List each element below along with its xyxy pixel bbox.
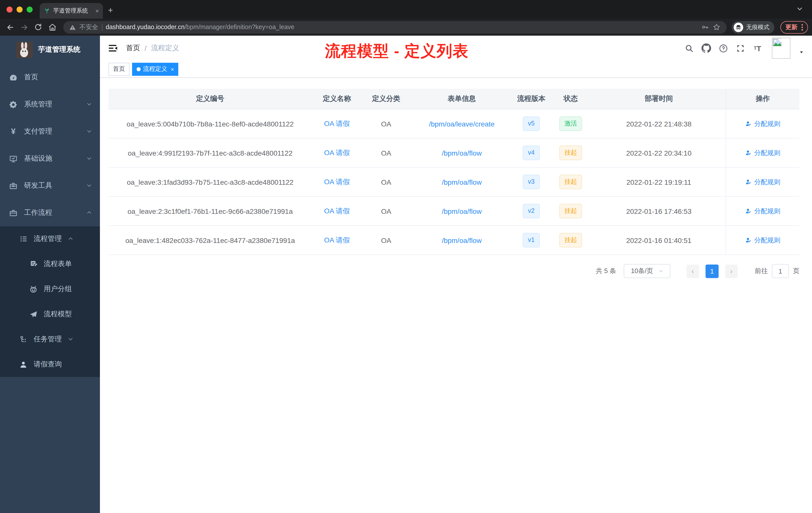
minimize-window-button[interactable]	[17, 6, 23, 12]
breadcrumb-home[interactable]: 首页	[126, 44, 140, 53]
assign-rule-button[interactable]: 分配规则	[745, 207, 780, 216]
tab-strip: 芋道管理系统 × +	[0, 0, 812, 19]
forward-icon[interactable]	[18, 21, 30, 33]
breadcrumb-current: 流程定义	[151, 44, 179, 53]
browser-update-button[interactable]: 更新	[780, 21, 808, 33]
sidebar-logo[interactable]: 芋道管理系统	[0, 36, 100, 64]
tab-search-chevron-icon[interactable]	[796, 5, 803, 14]
new-tab-button[interactable]: +	[108, 5, 113, 16]
assign-rule-button[interactable]: 分配规则	[745, 119, 780, 128]
sidebar-item-home[interactable]: 首页	[0, 64, 100, 91]
form-link[interactable]: /bpm/oa/flow	[442, 178, 482, 186]
help-icon[interactable]	[719, 43, 728, 53]
sidebar-item-label: 请假查询	[34, 360, 62, 369]
close-tag-icon[interactable]: ×	[171, 66, 174, 72]
definition-id: oa_leave:3:1fad3d93-7b75-11ec-a3c8-acde4…	[109, 168, 312, 196]
sidebar-item-dev-tools[interactable]: 研发工具	[0, 172, 100, 199]
current-page-button[interactable]: 1	[705, 264, 719, 278]
sidebar-item-label: 研发工具	[24, 181, 80, 190]
sidebar-item-label: 任务管理	[34, 335, 62, 344]
reload-icon[interactable]	[32, 21, 44, 33]
warning-icon	[69, 24, 76, 30]
goto-page-input[interactable]	[772, 264, 789, 278]
avatar[interactable]	[772, 38, 790, 59]
url-text[interactable]: dashboard.yudao.iocoder.cn/bpm/manager/d…	[106, 24, 697, 31]
sidebar: 芋道管理系统 首页 系统管理 ¥ 支付管理	[0, 36, 100, 513]
form-link[interactable]: /bpm/oa/flow	[442, 236, 482, 244]
url-bar[interactable]: 不安全 dashboard.yudao.iocoder.cn/bpm/manag…	[63, 21, 727, 33]
assign-rule-label: 分配规则	[754, 119, 780, 128]
assign-rule-label: 分配规则	[754, 207, 780, 216]
page-content: 定义编号 定义名称 定义分类 表单信息 流程版本 状态 部署时间 操作 oa_l…	[100, 78, 812, 513]
plane-icon	[29, 310, 38, 319]
caret-down-icon[interactable]	[799, 48, 804, 57]
assign-rule-button[interactable]: 分配规则	[745, 148, 780, 157]
sidebar-item-workflow[interactable]: 工作流程	[0, 199, 100, 227]
security-label[interactable]: 不安全	[79, 23, 98, 31]
form-link[interactable]: /bpm/oa/flow	[442, 149, 482, 157]
assign-rule-button[interactable]: 分配规则	[745, 177, 780, 186]
monitor-icon	[9, 154, 18, 163]
next-page-button[interactable]: ›	[725, 264, 738, 278]
definition-id: oa_leave:5:004b710b-7b8a-11ec-8ef0-acde4…	[109, 110, 312, 138]
page-size-select[interactable]: 10条/页	[624, 264, 670, 278]
font-size-icon[interactable]: TT	[753, 43, 762, 53]
assign-rule-label: 分配规则	[754, 236, 780, 245]
definition-name-link[interactable]: OA 请假	[324, 119, 350, 128]
breadcrumb: 首页 / 流程定义	[126, 44, 179, 53]
version-badge: v1	[523, 233, 540, 247]
definition-name-link[interactable]: OA 请假	[324, 148, 350, 157]
sidebar-item-process-form[interactable]: 流程表单	[0, 251, 100, 277]
definition-table: 定义编号 定义名称 定义分类 表单信息 流程版本 状态 部署时间 操作 oa_l…	[109, 89, 800, 255]
browser-tab[interactable]: 芋道管理系统 ×	[40, 3, 103, 19]
version-badge: v4	[523, 146, 540, 160]
back-icon[interactable]	[4, 21, 16, 33]
key-icon[interactable]	[701, 23, 709, 31]
logo-avatar	[16, 41, 33, 58]
definition-name-link[interactable]: OA 请假	[324, 177, 350, 186]
page-size-value: 10条/页	[631, 267, 653, 276]
sidebar-item-user-group[interactable]: 用户分组	[0, 277, 100, 302]
update-label: 更新	[785, 23, 798, 31]
table-row: oa_leave:4:991f2193-7b7f-11ec-a3c8-acde4…	[109, 139, 800, 168]
form-link[interactable]: /bpm/oa/flow	[442, 207, 482, 215]
column-header: 流程版本	[513, 89, 549, 109]
definition-name-link[interactable]: OA 请假	[324, 236, 350, 245]
window-controls[interactable]	[0, 0, 40, 19]
sidebar-item-process-model[interactable]: 流程模型	[0, 302, 100, 327]
tag-home[interactable]: 首页	[109, 62, 129, 76]
browser-toolbar: 不安全 dashboard.yudao.iocoder.cn/bpm/manag…	[0, 19, 812, 36]
column-header: 定义名称	[312, 89, 362, 109]
bookmark-star-icon[interactable]	[713, 23, 721, 31]
sidebar-item-task-management[interactable]: 任务管理	[0, 327, 100, 352]
home-icon[interactable]	[46, 21, 58, 33]
sidebar-toggle-icon[interactable]	[108, 43, 118, 53]
tag-process-definition[interactable]: 流程定义 ×	[132, 62, 178, 76]
form-link[interactable]: /bpm/oa/leave/create	[429, 120, 495, 128]
prev-page-button[interactable]: ‹	[687, 264, 699, 278]
browser-menu-kebab-icon[interactable]	[802, 24, 803, 30]
sidebar-item-label: 基础设施	[24, 154, 80, 163]
github-icon[interactable]	[701, 43, 711, 53]
zoom-window-button[interactable]	[27, 6, 33, 12]
deploy-time: 2022-01-16 17:46:53	[592, 197, 726, 225]
assign-rule-button[interactable]: 分配规则	[745, 236, 780, 245]
incognito-icon	[734, 22, 743, 32]
search-icon[interactable]	[685, 43, 694, 53]
sidebar-item-system[interactable]: 系统管理	[0, 91, 100, 118]
sidebar-item-infrastructure[interactable]: 基础设施	[0, 145, 100, 172]
close-window-button[interactable]	[6, 6, 12, 12]
close-tab-icon[interactable]: ×	[95, 7, 99, 14]
assign-rule-label: 分配规则	[754, 177, 780, 186]
column-header: 表单信息	[410, 89, 513, 109]
omnibox-divider	[102, 24, 102, 30]
sidebar-item-payment[interactable]: ¥ 支付管理	[0, 118, 100, 145]
main-area: 首页 / 流程定义 流程模型 - 定义列表 TT	[100, 36, 812, 513]
definition-name-link[interactable]: OA 请假	[324, 207, 350, 216]
status-badge: 挂起	[559, 233, 582, 247]
navbar-actions: TT	[685, 38, 804, 59]
sidebar-item-process-management[interactable]: 流程管理	[0, 227, 100, 251]
column-header: 操作	[726, 89, 800, 109]
sidebar-item-leave-query[interactable]: 请假查询	[0, 352, 100, 377]
fullscreen-icon[interactable]	[736, 43, 745, 53]
